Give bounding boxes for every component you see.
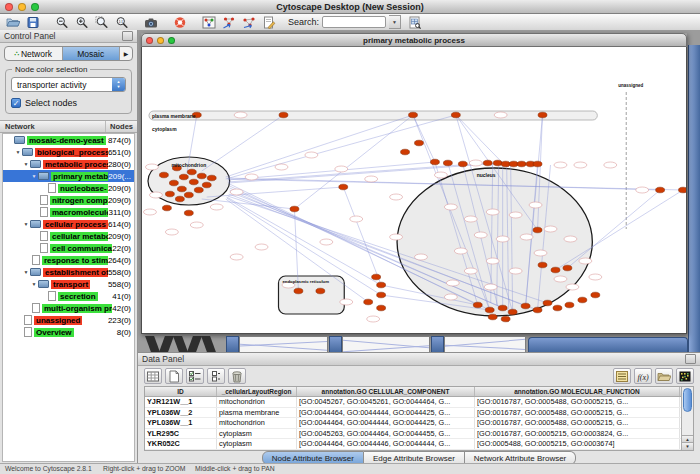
table-row[interactable]: YPL036W__2plasma membrane[GO:0044464, GO… xyxy=(145,408,681,419)
network-node[interactable] xyxy=(533,307,542,313)
save-icon[interactable] xyxy=(24,15,42,30)
background-window-titlebar[interactable] xyxy=(431,336,444,352)
float-panel-icon[interactable] xyxy=(122,31,133,41)
delete-attribute-icon[interactable] xyxy=(228,368,246,384)
column-header[interactable]: annotation.GO MOLECULAR_FUNCTION xyxy=(475,387,680,396)
network-node[interactable] xyxy=(377,292,386,298)
table-row[interactable]: YJR121W__1mitochondrion[GO:0045267, GO:0… xyxy=(145,397,681,408)
network-node[interactable] xyxy=(184,210,193,216)
apply-layout-icon-2[interactable] xyxy=(240,15,258,30)
network-node[interactable] xyxy=(377,305,386,311)
tree-row[interactable]: macromolecule311(0) xyxy=(3,206,134,218)
network-node[interactable] xyxy=(294,288,303,294)
network-view-icon[interactable] xyxy=(200,15,218,30)
attribute-matrix-icon[interactable] xyxy=(676,368,694,384)
network-node[interactable] xyxy=(578,297,587,303)
column-header[interactable]: ID xyxy=(145,387,217,396)
open-icon[interactable] xyxy=(4,15,22,30)
column-header[interactable]: _cellularLayoutRegion xyxy=(217,387,297,396)
network-node[interactable] xyxy=(483,160,492,166)
tree-row[interactable]: ▼transport558(0) xyxy=(3,278,134,290)
unselect-attributes-icon[interactable] xyxy=(207,368,225,384)
network-node[interactable] xyxy=(679,187,686,193)
tree-row[interactable]: cell communicat22(0) xyxy=(3,242,134,254)
network-node[interactable] xyxy=(202,182,211,188)
background-window-titlebar[interactable] xyxy=(329,336,342,352)
expand-triangle-icon[interactable]: ▼ xyxy=(22,161,30,167)
background-window-titlebar[interactable] xyxy=(528,337,688,352)
network-window[interactable]: primary metabolic process plasma membran… xyxy=(141,33,687,334)
grid-view-icon[interactable] xyxy=(144,368,162,384)
network-node[interactable] xyxy=(165,191,174,197)
scroll-down-icon[interactable]: ▼ xyxy=(682,442,693,450)
network-node[interactable] xyxy=(656,187,665,193)
network-node[interactable] xyxy=(197,173,206,179)
tree-row[interactable]: nucleobase-209(0) xyxy=(3,182,134,194)
tree-row[interactable]: ▼cellular process614(0) xyxy=(3,218,134,230)
tree-row[interactable]: ▼biological_process651(0) xyxy=(3,146,134,158)
float-panel-icon[interactable] xyxy=(685,354,696,364)
zoom-fit-icon[interactable]: 1:1 xyxy=(113,15,131,30)
app-titlebar[interactable]: Cytoscape Desktop (New Session) xyxy=(0,0,700,14)
expand-triangle-icon[interactable]: ▼ xyxy=(22,269,30,275)
tree-row[interactable]: ▼primary metabo209(... xyxy=(3,170,134,182)
scrollbar-thumb[interactable] xyxy=(683,388,692,412)
network-node[interactable] xyxy=(401,149,410,155)
network-canvas[interactable]: plasma membranecytoplasmmitochondrionnuc… xyxy=(141,47,687,334)
network-node[interactable] xyxy=(414,140,423,146)
network-node[interactable] xyxy=(538,112,547,118)
network-node[interactable] xyxy=(498,305,507,311)
select-attributes-icon[interactable] xyxy=(186,368,204,384)
zoom-out-icon[interactable] xyxy=(53,15,71,30)
help-icon[interactable] xyxy=(171,15,189,30)
network-node[interactable] xyxy=(179,174,188,180)
tree-row[interactable]: secretion41(0) xyxy=(3,290,134,302)
close-window-button[interactable] xyxy=(5,3,13,11)
zoom-view-button[interactable] xyxy=(168,37,175,44)
background-window-titlebar[interactable] xyxy=(226,336,239,352)
network-node[interactable] xyxy=(508,309,517,315)
tree-row[interactable]: Overview8(0) xyxy=(3,326,134,338)
network-node[interactable] xyxy=(169,180,178,186)
tree-row[interactable]: unassigned223(0) xyxy=(3,314,134,326)
network-node[interactable] xyxy=(538,262,547,268)
network-node[interactable] xyxy=(339,184,348,190)
tree-row[interactable]: cellular metabo209(0) xyxy=(3,230,134,242)
network-node[interactable] xyxy=(591,292,600,298)
network-node[interactable] xyxy=(189,179,198,185)
network-node[interactable] xyxy=(485,307,494,313)
network-node[interactable] xyxy=(194,187,203,193)
tree-row[interactable]: response to stimulu264(0) xyxy=(3,254,134,266)
import-table-icon[interactable] xyxy=(406,15,424,30)
network-node[interactable] xyxy=(162,205,171,211)
network-node[interactable] xyxy=(563,265,572,271)
tab-network[interactable]: ∴Network xyxy=(5,47,63,60)
network-node[interactable] xyxy=(377,282,386,288)
network-node[interactable] xyxy=(187,169,196,175)
import-attributes-icon[interactable] xyxy=(655,368,673,384)
background-window-thumbnail[interactable] xyxy=(342,336,430,352)
network-node[interactable] xyxy=(159,172,168,178)
create-attribute-icon[interactable] xyxy=(165,368,183,384)
network-node[interactable] xyxy=(501,161,510,167)
background-window-thumbnail[interactable] xyxy=(444,336,526,352)
network-node[interactable] xyxy=(521,303,530,309)
network-window-titlebar[interactable]: primary metabolic process xyxy=(141,33,687,47)
select-nodes-option[interactable]: ✓ Select nodes xyxy=(11,98,126,108)
network-column-header[interactable]: Network xyxy=(0,122,35,131)
dropdown-stepper-icon[interactable]: ▲▼ xyxy=(112,78,125,91)
network-node[interactable] xyxy=(364,299,373,305)
minimize-window-button[interactable] xyxy=(18,3,26,11)
snapshot-icon[interactable] xyxy=(142,15,160,30)
expand-triangle-icon[interactable]: ▼ xyxy=(30,173,38,179)
tree-row[interactable]: nitrogen compo209(0) xyxy=(3,194,134,206)
network-node[interactable] xyxy=(493,160,502,166)
zoom-selected-icon[interactable] xyxy=(93,15,111,30)
annotation-icon[interactable] xyxy=(260,15,278,30)
network-node[interactable] xyxy=(565,302,574,308)
tree-row[interactable]: ▼establishment of lo558(0) xyxy=(3,266,134,278)
network-node[interactable] xyxy=(279,112,288,118)
network-node[interactable] xyxy=(430,159,439,165)
network-node[interactable] xyxy=(501,316,510,322)
table-scrollbar[interactable]: ▲ ▼ xyxy=(681,387,693,450)
